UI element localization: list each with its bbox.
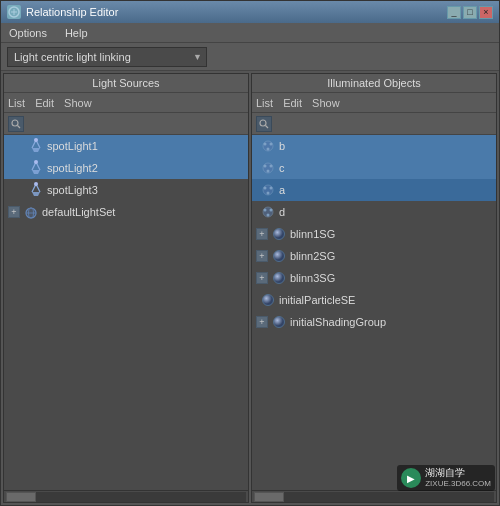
help-menu[interactable]: Help [61,25,92,41]
shading-group-icon [271,226,287,242]
watermark-site: 湖湖自学 [425,467,491,479]
svg-point-40 [274,251,285,262]
spotlight-icon [28,138,44,154]
minimize-button[interactable]: _ [447,6,461,19]
chevron-down-icon: ▼ [193,52,202,62]
light-search-bar [4,113,248,135]
svg-marker-15 [32,192,40,196]
list-item[interactable]: + defaultLightSet [4,201,248,223]
svg-point-43 [274,317,285,328]
light-sources-header: Light Sources [4,74,248,93]
list-item[interactable]: spotLight2 [4,157,248,179]
light-item-label: defaultLightSet [42,206,115,218]
spotlight-icon [28,160,44,176]
obj-show-menu[interactable]: Show [312,97,340,109]
svg-point-29 [270,165,273,168]
svg-line-22 [266,125,269,128]
list-item[interactable]: c [252,157,496,179]
svg-point-38 [267,214,270,217]
watermark-logo: ▶ [401,468,421,488]
light-item-label: spotLight2 [47,162,98,174]
obj-search-icon[interactable] [256,116,272,132]
linking-mode-dropdown[interactable]: Light centric light linking ▼ [7,47,207,67]
list-item[interactable]: initialParticleSE [252,289,496,311]
list-item[interactable]: b [252,135,496,157]
panels-container: Light Sources List Edit Show [1,71,499,505]
svg-point-42 [263,295,274,306]
toolbar: Light centric light linking ▼ [1,43,499,71]
obj-item-label: blinn3SG [290,272,335,284]
obj-item-label: initialShadingGroup [290,316,386,328]
obj-item-label: a [279,184,285,196]
expand-icon[interactable]: + [256,316,268,328]
light-horizontal-scrollbar[interactable] [4,490,248,502]
illuminated-objects-menu: List Edit Show [252,93,496,113]
svg-point-12 [34,160,38,164]
folder-sphere-icon [23,204,39,220]
light-list-menu[interactable]: List [8,97,25,109]
obj-horizontal-scrollbar[interactable] [252,490,496,502]
illuminated-objects-panel: Illuminated Objects List Edit Show [251,73,497,503]
svg-point-8 [34,138,38,142]
maximize-button[interactable]: □ [463,6,477,19]
spotlight-icon [28,182,44,198]
light-search-icon[interactable] [8,116,24,132]
title-bar: Relationship Editor _ □ × [1,1,499,23]
illuminated-objects-list: b c [252,135,496,490]
svg-point-3 [12,120,18,126]
options-menu[interactable]: Options [5,25,51,41]
obj-item-label: d [279,206,285,218]
expand-icon[interactable]: + [256,250,268,262]
list-item[interactable]: + blinn1SG [252,223,496,245]
svg-marker-7 [32,148,40,152]
obj-list-menu[interactable]: List [256,97,273,109]
expand-icon[interactable]: + [256,228,268,240]
mesh-icon [260,138,276,154]
light-sources-menu: List Edit Show [4,93,248,113]
mesh-icon [260,160,276,176]
svg-point-20 [26,208,36,218]
svg-point-34 [267,192,270,195]
obj-item-label: blinn2SG [290,250,335,262]
svg-marker-11 [32,170,40,174]
svg-line-4 [18,125,21,128]
svg-point-28 [264,165,267,168]
list-item[interactable]: a [252,179,496,201]
svg-point-30 [267,170,270,173]
list-item[interactable]: d [252,201,496,223]
list-item[interactable]: + initialShadingGroup [252,311,496,333]
light-sources-list: spotLight1 spotLight2 [4,135,248,490]
window-icon [7,5,21,19]
mesh-icon [260,204,276,220]
mesh-icon [260,182,276,198]
light-item-label: spotLight1 [47,140,98,152]
shading-group-icon [271,248,287,264]
svg-point-37 [270,209,273,212]
light-show-menu[interactable]: Show [64,97,92,109]
svg-point-36 [264,209,267,212]
svg-point-39 [274,229,285,240]
svg-point-24 [264,143,267,146]
list-item[interactable]: spotLight1 [4,135,248,157]
list-item[interactable]: + blinn3SG [252,267,496,289]
light-item-label: spotLight3 [47,184,98,196]
svg-point-32 [264,187,267,190]
main-window: Relationship Editor _ □ × Options Help L… [0,0,500,506]
menu-bar: Options Help [1,23,499,43]
list-item[interactable]: spotLight3 [4,179,248,201]
illuminated-objects-header: Illuminated Objects [252,74,496,93]
close-button[interactable]: × [479,6,493,19]
watermark: ▶ 湖湖自学 ZIXUE.3D66.COM [397,465,495,491]
window-controls: _ □ × [447,6,493,19]
window-title: Relationship Editor [26,6,442,18]
obj-edit-menu[interactable]: Edit [283,97,302,109]
watermark-url: ZIXUE.3D66.COM [425,479,491,489]
light-edit-menu[interactable]: Edit [35,97,54,109]
svg-point-41 [274,273,285,284]
expand-icon[interactable]: + [256,272,268,284]
svg-point-21 [260,120,266,126]
expand-icon[interactable]: + [8,206,20,218]
light-sources-panel: Light Sources List Edit Show [3,73,249,503]
obj-search-bar [252,113,496,135]
list-item[interactable]: + blinn2SG [252,245,496,267]
